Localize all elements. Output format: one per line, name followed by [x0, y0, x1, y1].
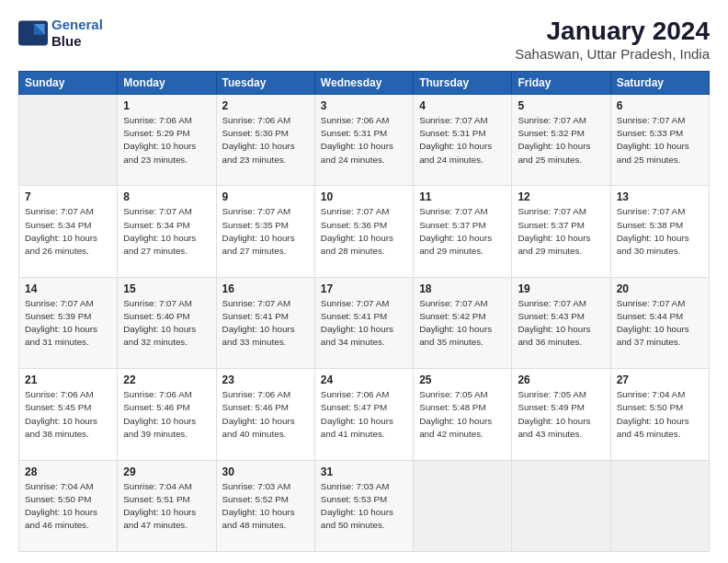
calendar-cell: 21 Sunrise: 7:06 AMSunset: 5:45 PMDaylig… — [19, 369, 118, 460]
day-number: 29 — [123, 465, 210, 478]
calendar-cell: 14 Sunrise: 7:07 AMSunset: 5:39 PMDaylig… — [19, 277, 118, 368]
day-number: 13 — [617, 190, 703, 203]
weekday-header: Sunday — [19, 72, 118, 95]
day-number: 28 — [25, 465, 111, 478]
day-number: 18 — [419, 282, 506, 295]
calendar-cell: 10 Sunrise: 7:07 AMSunset: 5:36 PMDaylig… — [314, 186, 413, 277]
calendar-cell: 23 Sunrise: 7:06 AMSunset: 5:46 PMDaylig… — [216, 369, 314, 460]
day-info: Sunrise: 7:04 AMSunset: 5:50 PMDaylight:… — [25, 481, 97, 531]
day-info: Sunrise: 7:07 AMSunset: 5:39 PMDaylight:… — [25, 298, 97, 348]
day-info: Sunrise: 7:06 AMSunset: 5:30 PMDaylight:… — [222, 115, 295, 165]
calendar-cell: 13 Sunrise: 7:07 AMSunset: 5:38 PMDaylig… — [610, 186, 709, 277]
title-block: January 2024 Sahaswan, Uttar Pradesh, In… — [515, 17, 710, 62]
calendar-subtitle: Sahaswan, Uttar Pradesh, India — [515, 46, 710, 62]
weekday-header: Saturday — [610, 72, 709, 95]
day-number: 12 — [518, 190, 604, 203]
day-info: Sunrise: 7:06 AMSunset: 5:45 PMDaylight:… — [25, 389, 97, 439]
day-number: 30 — [222, 465, 309, 478]
calendar-week-row: 7 Sunrise: 7:07 AMSunset: 5:34 PMDayligh… — [19, 186, 710, 277]
calendar-cell: 8 Sunrise: 7:07 AMSunset: 5:34 PMDayligh… — [118, 186, 216, 277]
day-number: 27 — [617, 373, 703, 386]
day-number: 20 — [617, 282, 703, 295]
day-number: 1 — [123, 99, 210, 112]
weekday-header: Thursday — [414, 72, 512, 95]
day-number: 10 — [321, 190, 407, 203]
day-info: Sunrise: 7:07 AMSunset: 5:34 PMDaylight:… — [25, 206, 97, 256]
calendar-week-row: 21 Sunrise: 7:06 AMSunset: 5:45 PMDaylig… — [19, 369, 710, 460]
day-info: Sunrise: 7:05 AMSunset: 5:49 PMDaylight:… — [518, 389, 590, 439]
weekday-header: Wednesday — [314, 72, 413, 95]
day-info: Sunrise: 7:07 AMSunset: 5:35 PMDaylight:… — [222, 206, 295, 256]
day-number: 26 — [518, 373, 604, 386]
calendar-cell: 12 Sunrise: 7:07 AMSunset: 5:37 PMDaylig… — [512, 186, 610, 277]
day-number: 6 — [617, 99, 703, 112]
day-info: Sunrise: 7:06 AMSunset: 5:29 PMDaylight:… — [123, 115, 196, 165]
weekday-header: Monday — [118, 72, 216, 95]
day-number: 3 — [321, 99, 407, 112]
day-info: Sunrise: 7:04 AMSunset: 5:51 PMDaylight:… — [123, 481, 196, 531]
day-number: 5 — [518, 99, 604, 112]
day-info: Sunrise: 7:07 AMSunset: 5:33 PMDaylight:… — [617, 115, 689, 165]
day-info: Sunrise: 7:07 AMSunset: 5:42 PMDaylight:… — [419, 298, 492, 348]
calendar-cell: 17 Sunrise: 7:07 AMSunset: 5:41 PMDaylig… — [314, 277, 413, 368]
day-info: Sunrise: 7:06 AMSunset: 5:47 PMDaylight:… — [321, 389, 393, 439]
calendar-table: SundayMondayTuesdayWednesdayThursdayFrid… — [18, 71, 710, 552]
day-number: 21 — [25, 373, 111, 386]
calendar-cell: 20 Sunrise: 7:07 AMSunset: 5:44 PMDaylig… — [610, 277, 709, 368]
calendar-cell: 26 Sunrise: 7:05 AMSunset: 5:49 PMDaylig… — [512, 369, 610, 460]
calendar-cell — [19, 95, 118, 186]
day-number: 14 — [25, 282, 111, 295]
day-number: 8 — [123, 190, 210, 203]
calendar-cell: 18 Sunrise: 7:07 AMSunset: 5:42 PMDaylig… — [414, 277, 512, 368]
calendar-cell: 2 Sunrise: 7:06 AMSunset: 5:30 PMDayligh… — [216, 95, 314, 186]
day-number: 19 — [518, 282, 604, 295]
calendar-cell: 19 Sunrise: 7:07 AMSunset: 5:43 PMDaylig… — [512, 277, 610, 368]
logo: General Blue — [18, 17, 103, 50]
day-info: Sunrise: 7:07 AMSunset: 5:36 PMDaylight:… — [321, 206, 393, 256]
day-info: Sunrise: 7:07 AMSunset: 5:37 PMDaylight:… — [518, 206, 590, 256]
day-info: Sunrise: 7:05 AMSunset: 5:48 PMDaylight:… — [419, 389, 492, 439]
day-info: Sunrise: 7:06 AMSunset: 5:46 PMDaylight:… — [123, 389, 196, 439]
calendar-cell: 29 Sunrise: 7:04 AMSunset: 5:51 PMDaylig… — [118, 460, 216, 551]
day-number: 7 — [25, 190, 111, 203]
day-number: 24 — [321, 373, 407, 386]
day-info: Sunrise: 7:03 AMSunset: 5:52 PMDaylight:… — [222, 481, 295, 531]
day-info: Sunrise: 7:06 AMSunset: 5:31 PMDaylight:… — [321, 115, 393, 165]
calendar-week-row: 28 Sunrise: 7:04 AMSunset: 5:50 PMDaylig… — [19, 460, 710, 551]
day-number: 25 — [419, 373, 506, 386]
day-number: 16 — [222, 282, 309, 295]
calendar-cell: 31 Sunrise: 7:03 AMSunset: 5:53 PMDaylig… — [314, 460, 413, 551]
calendar-cell: 25 Sunrise: 7:05 AMSunset: 5:48 PMDaylig… — [414, 369, 512, 460]
day-info: Sunrise: 7:04 AMSunset: 5:50 PMDaylight:… — [617, 389, 689, 439]
calendar-cell: 4 Sunrise: 7:07 AMSunset: 5:31 PMDayligh… — [414, 95, 512, 186]
day-number: 23 — [222, 373, 309, 386]
calendar-cell: 1 Sunrise: 7:06 AMSunset: 5:29 PMDayligh… — [118, 95, 216, 186]
day-number: 17 — [321, 282, 407, 295]
calendar-cell: 3 Sunrise: 7:06 AMSunset: 5:31 PMDayligh… — [314, 95, 413, 186]
calendar-title: January 2024 — [515, 17, 710, 46]
calendar-cell: 16 Sunrise: 7:07 AMSunset: 5:41 PMDaylig… — [216, 277, 314, 368]
day-number: 11 — [419, 190, 506, 203]
day-info: Sunrise: 7:07 AMSunset: 5:40 PMDaylight:… — [123, 298, 196, 348]
header: General Blue January 2024 Sahaswan, Utta… — [18, 17, 710, 62]
day-info: Sunrise: 7:07 AMSunset: 5:37 PMDaylight:… — [419, 206, 492, 256]
day-info: Sunrise: 7:07 AMSunset: 5:32 PMDaylight:… — [518, 115, 590, 165]
logo-text: General Blue — [51, 17, 103, 50]
calendar-week-row: 1 Sunrise: 7:06 AMSunset: 5:29 PMDayligh… — [19, 95, 710, 186]
logo-icon — [18, 20, 48, 46]
day-number: 4 — [419, 99, 506, 112]
day-number: 31 — [321, 465, 407, 478]
calendar-cell: 11 Sunrise: 7:07 AMSunset: 5:37 PMDaylig… — [414, 186, 512, 277]
weekday-header: Tuesday — [216, 72, 314, 95]
calendar-cell: 24 Sunrise: 7:06 AMSunset: 5:47 PMDaylig… — [314, 369, 413, 460]
calendar-cell — [610, 460, 709, 551]
day-info: Sunrise: 7:03 AMSunset: 5:53 PMDaylight:… — [321, 481, 393, 531]
day-info: Sunrise: 7:07 AMSunset: 5:43 PMDaylight:… — [518, 298, 590, 348]
weekday-header-row: SundayMondayTuesdayWednesdayThursdayFrid… — [19, 72, 710, 95]
calendar-cell — [414, 460, 512, 551]
day-info: Sunrise: 7:07 AMSunset: 5:31 PMDaylight:… — [419, 115, 492, 165]
day-info: Sunrise: 7:07 AMSunset: 5:44 PMDaylight:… — [617, 298, 689, 348]
day-number: 15 — [123, 282, 210, 295]
calendar-week-row: 14 Sunrise: 7:07 AMSunset: 5:39 PMDaylig… — [19, 277, 710, 368]
day-number: 22 — [123, 373, 210, 386]
